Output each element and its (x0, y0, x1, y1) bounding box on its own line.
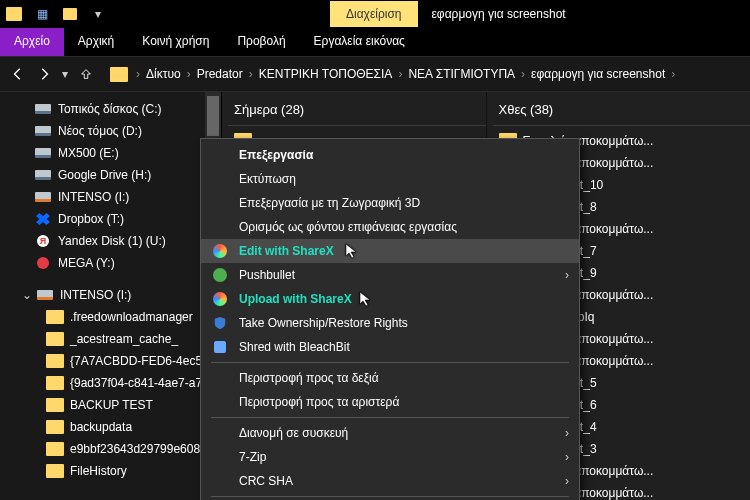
ctx-rotate-left[interactable]: Περιστροφή προς τα αριστερά (201, 390, 579, 414)
tab-home[interactable]: Αρχική (64, 28, 128, 56)
breadcrumb-folder-icon[interactable] (110, 67, 128, 82)
tree-label: Τοπικός δίσκος (C:) (58, 102, 162, 116)
ctx-set-wallpaper[interactable]: Ορισμός ως φόντου επιφάνειας εργασίας (201, 215, 579, 239)
group-header-today[interactable]: Σήμερα (28) (228, 98, 486, 126)
breadcrumb-item[interactable]: Predator (193, 65, 247, 83)
tree-item[interactable]: backupdata (0, 416, 221, 438)
bleachbit-icon (211, 338, 229, 356)
scrollbar-thumb[interactable] (207, 96, 219, 136)
nav-history-dropdown[interactable]: ▾ (58, 62, 72, 86)
chevron-right-icon[interactable]: › (671, 67, 675, 81)
context-menu: Επεξεργασία Εκτύπωση Επεξεργασία με τη Ζ… (200, 138, 580, 500)
sharex-icon (211, 290, 229, 308)
tree-label: backupdata (70, 420, 132, 434)
nav-back-button[interactable] (6, 62, 30, 86)
qat-dropdown-icon[interactable]: ▾ (88, 4, 108, 24)
dropbox-icon (34, 211, 52, 227)
ctx-take-ownership[interactable]: Take Ownership/Restore Rights (201, 311, 579, 335)
breadcrumb: Δίκτυο›Predator›ΚΕΝΤΡΙΚΗ ΤΟΠΟΘΕΣΙΑ›ΝΕΑ Σ… (142, 67, 677, 81)
chevron-right-icon[interactable]: › (521, 67, 525, 81)
folder-icon (46, 354, 64, 368)
tree-item[interactable]: ЯYandex Disk (1) (U:) (0, 230, 221, 252)
tree-label: Google Drive (H:) (58, 168, 151, 182)
nav-tree[interactable]: Τοπικός δίσκος (C:)Νέος τόμος (D:)MX500 … (0, 92, 222, 500)
tree-item[interactable]: BACKUP TEST (0, 394, 221, 416)
tree-item[interactable]: _acestream_cache_ (0, 328, 221, 350)
ctx-separator (211, 362, 569, 363)
tree-item[interactable]: {9ad37f04-c841-4ae7-a73... (0, 372, 221, 394)
tree-item[interactable]: Τοπικός δίσκος (C:) (0, 98, 221, 120)
ctx-crc-sha[interactable]: CRC SHA› (201, 469, 579, 493)
tree-item[interactable]: Νέος τόμος (D:) (0, 120, 221, 142)
folder-app-icon (4, 4, 24, 24)
submenu-arrow-icon: › (565, 426, 569, 440)
drive-icon (36, 287, 54, 303)
ctx-7zip[interactable]: 7-Zip› (201, 445, 579, 469)
yandex-icon: Я (34, 233, 52, 249)
mega-icon (34, 255, 52, 271)
breadcrumb-item[interactable]: ΚΕΝΤΡΙΚΗ ΤΟΠΟΘΕΣΙΑ (255, 65, 397, 83)
tab-file[interactable]: Αρχείο (0, 28, 64, 56)
ctx-rotate-right[interactable]: Περιστροφή προς τα δεξιά (201, 366, 579, 390)
breadcrumb-item[interactable]: Δίκτυο (142, 65, 185, 83)
folder-icon (46, 442, 64, 456)
tree-item[interactable]: MEGA (Y:) (0, 252, 221, 274)
tree-label: MX500 (E:) (58, 146, 119, 160)
ctx-separator (211, 496, 569, 497)
tree-item[interactable]: e9bbf23643d29799e608... (0, 438, 221, 460)
tree-label: Νέος τόμος (D:) (58, 124, 142, 138)
nav-up-button[interactable] (74, 62, 98, 86)
disk-icon (34, 167, 52, 183)
folder-icon (46, 332, 64, 346)
tree-label: INTENSO (I:) (60, 288, 131, 302)
cursor-icon (359, 291, 375, 307)
folder-icon (46, 398, 64, 412)
chevron-down-icon[interactable]: ⌄ (22, 288, 32, 302)
folder-icon (46, 464, 64, 478)
ribbon-contextual-manage[interactable]: Διαχείριση (330, 1, 418, 27)
ctx-cast[interactable]: Διανομή σε συσκευή› (201, 421, 579, 445)
tree-label: _acestream_cache_ (70, 332, 178, 346)
ctx-upload-sharex[interactable]: Upload with ShareX (201, 287, 579, 311)
ribbon-tabs: Αρχείο Αρχική Κοινή χρήση Προβολή Εργαλε… (0, 28, 750, 56)
ctx-edit[interactable]: Επεξεργασία (201, 143, 579, 167)
folder-icon (46, 420, 64, 434)
tree-label: BACKUP TEST (70, 398, 153, 412)
submenu-arrow-icon: › (565, 474, 569, 488)
tree-label: {9ad37f04-c841-4ae7-a73... (70, 376, 219, 390)
tab-picture-tools[interactable]: Εργαλεία εικόνας (300, 28, 419, 56)
ctx-pushbullet[interactable]: Pushbullet› (201, 263, 579, 287)
tree-item[interactable]: FileHistory (0, 460, 221, 482)
disk-icon (34, 101, 52, 117)
tree-item[interactable]: INTENSO (I:) (0, 186, 221, 208)
group-header-yesterday[interactable]: Χθες (38) (493, 98, 751, 126)
tab-view[interactable]: Προβολή (223, 28, 299, 56)
qat-properties-icon[interactable]: ▦ (32, 4, 52, 24)
tree-label: FileHistory (70, 464, 127, 478)
tree-item[interactable]: Dropbox (T:) (0, 208, 221, 230)
tab-share[interactable]: Κοινή χρήση (128, 28, 223, 56)
tree-item[interactable]: {7A7ACBDD-FED6-4ec5-B... (0, 350, 221, 372)
disk-icon (34, 145, 52, 161)
chevron-right-icon[interactable]: › (249, 67, 253, 81)
nav-forward-button[interactable] (32, 62, 56, 86)
breadcrumb-item[interactable]: ΝΕΑ ΣΤΙΓΜΙΟΤΥΠΑ (404, 65, 519, 83)
tree-label: Yandex Disk (1) (U:) (58, 234, 166, 248)
chevron-right-icon[interactable]: › (136, 67, 140, 81)
tree-label: INTENSO (I:) (58, 190, 129, 204)
disk-orange-icon (34, 189, 52, 205)
tree-drive-intenso-expanded[interactable]: ⌄ INTENSO (I:) (0, 284, 221, 306)
tree-item[interactable]: MX500 (E:) (0, 142, 221, 164)
ctx-edit-sharex[interactable]: Edit with ShareX (201, 239, 579, 263)
tree-item[interactable]: Google Drive (H:) (0, 164, 221, 186)
chevron-right-icon[interactable]: › (398, 67, 402, 81)
ctx-shred[interactable]: Shred with BleachBit (201, 335, 579, 359)
tree-label: Dropbox (T:) (58, 212, 124, 226)
ctx-paint3d[interactable]: Επεξεργασία με τη Ζωγραφική 3D (201, 191, 579, 215)
ctx-print[interactable]: Εκτύπωση (201, 167, 579, 191)
breadcrumb-item[interactable]: εφαρμογη για screenshot (527, 65, 669, 83)
folder-icon (46, 376, 64, 390)
tree-item[interactable]: .freedownloadmanager (0, 306, 221, 328)
chevron-right-icon[interactable]: › (187, 67, 191, 81)
qat-new-folder-icon[interactable] (60, 4, 80, 24)
